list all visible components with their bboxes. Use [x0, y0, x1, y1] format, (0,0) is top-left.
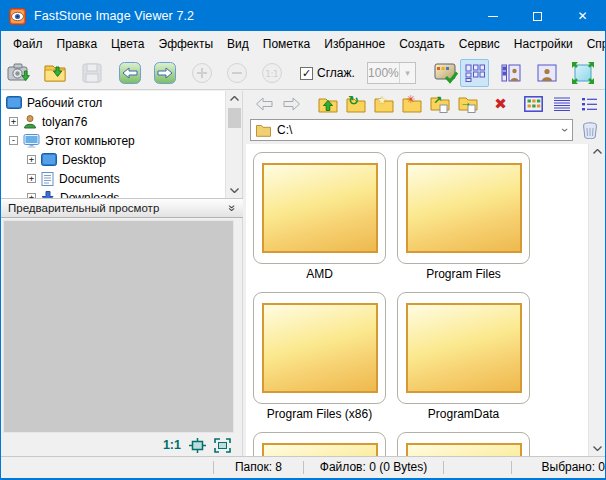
folder-thumbnail-icon: [406, 303, 522, 393]
scroll-down-icon[interactable]: [589, 441, 605, 456]
acquire-camera-button[interactable]: [6, 59, 34, 87]
delete-x-icon: ✖: [494, 95, 507, 113]
collapse-chevrons-icon[interactable]: »: [226, 205, 240, 212]
move-to-folder-button[interactable]: →: [455, 93, 480, 115]
tree-item-documents[interactable]: + Documents: [1, 169, 226, 188]
tree-item-this-pc[interactable]: - Этот компьютер: [1, 131, 226, 150]
main-toolbar: 1:1 ✓ Сглаж. 100% ▾: [1, 57, 605, 90]
expand-plus-icon[interactable]: +: [9, 117, 18, 126]
preview-panel-header: Предварительный просмотр »: [1, 198, 243, 218]
tree-item-user[interactable]: + tolyan76: [1, 112, 226, 131]
close-button[interactable]: ✕: [560, 1, 605, 31]
tree-item-desktop-root[interactable]: Рабочий стол: [1, 93, 226, 112]
folder-open-icon: [43, 61, 69, 85]
view-image-button[interactable]: [532, 59, 561, 87]
preview-actual-size-button[interactable]: 1:1: [163, 438, 181, 452]
folder-item-programdata[interactable]: ProgramData: [397, 292, 530, 425]
thumbnail-scrollbar[interactable]: [588, 144, 605, 456]
tree-item-label: Desktop: [62, 153, 106, 167]
menu-file[interactable]: Файл: [6, 33, 50, 55]
view-mode-group: [460, 59, 600, 87]
folder-item-program-files-x86[interactable]: Program Files (x86): [253, 292, 386, 425]
save-button[interactable]: [78, 59, 106, 87]
actual-size-button[interactable]: 1:1: [258, 59, 286, 87]
folder-tree: Рабочий стол + tolyan76 -: [1, 91, 226, 198]
copy-badge-icon: ↗: [433, 94, 442, 107]
image-window-icon: [536, 62, 558, 84]
minimize-button[interactable]: [470, 1, 515, 31]
menu-colors[interactable]: Цвета: [104, 33, 151, 55]
chevron-down-icon[interactable]: ▾: [399, 63, 415, 83]
fullscreen-icon: [571, 61, 595, 85]
expand-plus-icon[interactable]: +: [27, 174, 36, 183]
smoothing-checkbox[interactable]: ✓: [300, 67, 313, 80]
menu-tag[interactable]: Пометка: [256, 33, 318, 55]
forward-button[interactable]: [279, 93, 304, 115]
copy-to-folder-button[interactable]: ↗: [427, 93, 452, 115]
folder-item-amd[interactable]: AMD: [253, 152, 386, 285]
menu-view[interactable]: Вид: [220, 33, 256, 55]
address-dropdown-icon[interactable]: ›: [558, 128, 572, 132]
open-folder-button[interactable]: [42, 59, 70, 87]
folder-item-partial[interactable]: [253, 432, 386, 456]
menu-edit[interactable]: Правка: [50, 33, 105, 55]
menu-tools[interactable]: Сервис: [452, 33, 507, 55]
fullscreen-preview-icon[interactable]: [214, 438, 231, 453]
status-folder-count: Папок: 8: [214, 457, 303, 479]
zoom-level-combobox[interactable]: 100% ▾: [367, 62, 416, 84]
new-folder-button[interactable]: ✳: [399, 93, 424, 115]
expand-plus-icon[interactable]: +: [27, 155, 36, 164]
folder-thumbnail-icon: [262, 163, 378, 253]
scroll-down-icon[interactable]: [226, 183, 242, 198]
menu-favorites[interactable]: Избранное: [317, 33, 392, 55]
menu-effects[interactable]: Эффекты: [152, 33, 221, 55]
status-file-count: Файлов: 0 (0 Bytes): [304, 457, 443, 479]
folder-item-program-files[interactable]: Program Files: [397, 152, 530, 285]
list-view-button[interactable]: [549, 93, 574, 115]
back-button[interactable]: [251, 93, 276, 115]
tree-item-downloads[interactable]: + Downloads: [1, 188, 226, 198]
zoom-in-icon: [191, 62, 213, 84]
fullscreen-button[interactable]: [568, 59, 597, 87]
tree-item-desktop[interactable]: + Desktop: [1, 150, 226, 169]
display-settings-button[interactable]: [432, 59, 460, 87]
folder-name: Program Files: [397, 264, 530, 285]
previous-image-button[interactable]: [116, 59, 144, 87]
recycle-bin-button[interactable]: [578, 119, 602, 141]
thumbnail-grid-icon: [524, 96, 543, 112]
tree-scrollbar[interactable]: [225, 91, 242, 198]
thumbnail-area: AMD Program Files Program Files (x86): [246, 144, 605, 456]
delete-button[interactable]: ✖: [488, 93, 513, 115]
folder-item-partial[interactable]: [397, 432, 530, 456]
thumbnail-view-button[interactable]: [521, 93, 546, 115]
detail-view-button[interactable]: [577, 93, 602, 115]
refresh-folder-button[interactable]: ↻: [343, 93, 368, 115]
scroll-up-icon[interactable]: [226, 91, 242, 106]
zoom-out-icon: [226, 62, 248, 84]
view-thumbnail-strip-button[interactable]: [496, 59, 525, 87]
zoom-in-button[interactable]: [188, 59, 216, 87]
menu-help[interactable]: Справка: [580, 33, 606, 55]
user-icon: [23, 115, 37, 129]
menu-create[interactable]: Создать: [392, 33, 452, 55]
favorites-folder-button[interactable]: ★: [371, 93, 396, 115]
browser-toolbar: ↻ ★ ✳: [246, 91, 605, 117]
fit-window-icon[interactable]: [189, 438, 206, 453]
menu-settings[interactable]: Настройки: [507, 33, 580, 55]
zoom-out-button[interactable]: [223, 59, 251, 87]
address-input[interactable]: C:\ ›: [250, 119, 573, 141]
maximize-icon: [533, 12, 542, 21]
scrollbar-thumb[interactable]: [228, 108, 241, 128]
minimize-icon: [488, 16, 498, 17]
scroll-up-icon[interactable]: [589, 144, 605, 159]
collapse-minus-icon[interactable]: -: [9, 136, 18, 145]
folder-icon: [256, 124, 271, 137]
folder-thumbnail-icon: [262, 303, 378, 393]
folder-grid: AMD Program Files Program Files (x86): [246, 144, 588, 456]
computer-icon: [23, 134, 40, 148]
view-browser-button[interactable]: [460, 59, 489, 87]
maximize-button[interactable]: [515, 1, 560, 31]
folder-up-button[interactable]: [315, 93, 340, 115]
main-area: Рабочий стол + tolyan76 -: [1, 91, 605, 456]
next-image-button[interactable]: [151, 59, 179, 87]
